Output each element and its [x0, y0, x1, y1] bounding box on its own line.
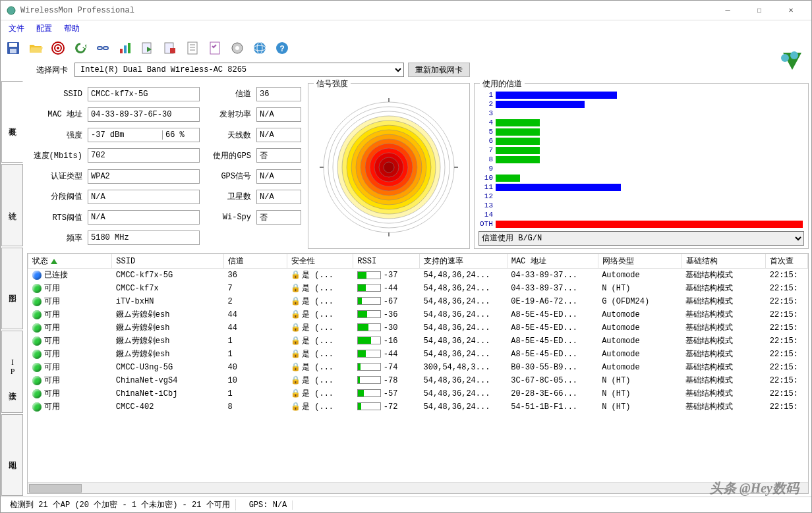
tab-ip-conn[interactable]: IP 连接	[1, 331, 23, 412]
table-row[interactable]: 可用 鐝ム劳鐐剁esh44 🔒是 (... -36 54,48,36,24...…	[28, 308, 808, 321]
status-gps: GPS: N/A	[244, 500, 293, 510]
close-button[interactable]: ✕	[776, 1, 806, 20]
menu-config[interactable]: 配置	[31, 22, 57, 36]
settings-icon[interactable]	[229, 40, 246, 57]
save-icon[interactable]	[5, 40, 22, 57]
table-row[interactable]: 可用 CMCC-4028 🔒是 (... -72 54,48,36,24...5…	[28, 400, 808, 414]
minimize-button[interactable]: ─	[712, 1, 743, 20]
checklist-icon[interactable]	[206, 40, 223, 57]
channel-row: 8	[480, 155, 803, 164]
tab-graph[interactable]: 图形	[1, 248, 23, 329]
report-icon[interactable]	[184, 40, 201, 57]
svg-rect-7	[98, 47, 102, 49]
strength-label: 强度	[30, 130, 84, 141]
window-title: WirelessMon Professional	[20, 6, 712, 15]
ssid-label: SSID	[30, 90, 84, 99]
table-row[interactable]: 可用 CMCC-U3ng-5G40 🔒是 (... -74 300,54,48,…	[28, 361, 808, 374]
maximize-button[interactable]: ☐	[744, 1, 774, 20]
network-table[interactable]: 状态 SSID 信道 安全性 RSSI 支持的速率 MAC 地址 网络类型 基础…	[28, 254, 808, 414]
sat-label: 卫星数	[204, 191, 252, 202]
help-icon[interactable]: ?	[274, 40, 291, 57]
col-ssid[interactable]: SSID	[112, 254, 224, 269]
ssid-value: CMCC-kf7x-5G	[88, 87, 200, 101]
statusbar: 检测到 21 个AP (20 个加密 - 1 个未加密) - 21 个可用 GP…	[1, 497, 811, 512]
refresh-icon[interactable]	[72, 40, 89, 57]
stop-log-icon[interactable]	[161, 40, 179, 57]
col-rates[interactable]: 支持的速率	[420, 254, 508, 269]
tab-map[interactable]: 地图	[1, 414, 23, 496]
sort-asc-icon	[51, 259, 57, 264]
col-infra[interactable]: 基础结构	[682, 254, 765, 269]
adapter-label: 选择网卡	[5, 65, 71, 76]
lock-icon: 🔒	[291, 350, 301, 359]
table-row[interactable]: 可用 鐝ム劳鐐剁esh1 🔒是 (... -16 54,48,36,24...A…	[28, 335, 808, 348]
svg-point-21	[235, 46, 239, 50]
status-ap-count: 检测到 21 个AP (20 个加密 - 1 个未加密) - 21 个可用	[5, 499, 236, 510]
signal-strength-panel: 信号强度	[308, 83, 470, 249]
signal-legend: 信号强度	[314, 78, 351, 90]
rts-label: RTS阈值	[30, 212, 84, 223]
rts-value: N/A	[88, 210, 200, 225]
channel-bars: 1234567891011121314OTH	[478, 89, 804, 230]
frag-label: 分段阈值	[30, 191, 84, 202]
horizontal-scrollbar[interactable]	[28, 482, 808, 493]
channel-row: 1	[480, 90, 803, 99]
globe-icon[interactable]	[251, 40, 268, 57]
sat-value: N/A	[256, 190, 301, 204]
channel-label: 信道	[204, 88, 252, 99]
menu-file[interactable]: 文件	[3, 22, 30, 36]
svg-rect-12	[142, 43, 151, 53]
channel-row: 14	[480, 210, 803, 219]
signal-radar-icon	[316, 95, 461, 240]
svg-point-22	[254, 42, 266, 54]
table-row[interactable]: 可用 ChinaNet-vgS410 🔒是 (... -78 54,48,36,…	[28, 374, 808, 387]
table-row[interactable]: 可用 CMCC-kf7x7 🔒是 (... -44 54,48,36,24...…	[28, 282, 808, 295]
menu-help[interactable]: 帮助	[59, 22, 85, 36]
tab-stats[interactable]: 统计	[1, 164, 23, 246]
auth-value: WPA2	[88, 169, 200, 184]
channel-row: 9	[480, 164, 803, 173]
col-status[interactable]: 状态	[28, 254, 112, 269]
lock-icon: 🔒	[291, 337, 301, 346]
chart-icon[interactable]	[117, 40, 134, 57]
channel-row: 13	[480, 201, 803, 210]
channel-usage-panel: 使用的信道 1234567891011121314OTH 信道使用 B/G/N	[474, 83, 809, 249]
lock-icon: 🔒	[291, 389, 301, 398]
col-rssi[interactable]: RSSI	[353, 254, 420, 269]
table-row[interactable]: 可用 鐝ム劳鐐剁esh44 🔒是 (... -30 54,48,36,24...…	[28, 321, 808, 335]
gps-used-label: 使用的GPS	[204, 150, 252, 161]
gps-used-value: 否	[256, 148, 301, 163]
svg-rect-19	[210, 42, 219, 54]
svg-rect-14	[170, 48, 175, 53]
col-security[interactable]: 安全性	[287, 254, 353, 269]
tab-summary[interactable]: 概要	[1, 81, 23, 163]
target-icon[interactable]	[49, 40, 67, 57]
svg-text:?: ?	[279, 45, 284, 54]
mac-label: MAC 地址	[30, 109, 84, 120]
open-icon[interactable]	[27, 40, 44, 57]
channel-value: 36	[256, 87, 301, 101]
link-icon[interactable]	[94, 40, 111, 57]
connection-fields: SSID CMCC-kf7x-5G 信道 36 MAC 地址 04-33-89-…	[27, 83, 304, 249]
gps-signal-label: GPS信号	[204, 171, 252, 182]
col-first[interactable]: 首次查	[766, 254, 808, 269]
wispy-label: Wi-Spy	[204, 213, 252, 222]
wispy-value: 否	[256, 210, 301, 225]
svg-rect-15	[188, 42, 197, 54]
run-log-icon[interactable]	[139, 40, 156, 57]
channel-row: 5	[480, 127, 803, 136]
col-nettype[interactable]: 网络类型	[598, 254, 682, 269]
table-row[interactable]: 可用 iTV-bxHN2 🔒是 (... -67 54,48,36,24...0…	[28, 295, 808, 308]
side-tabs: 概要 统计 图形 IP 连接 地图	[1, 80, 24, 497]
table-row[interactable]: 可用 ChinaNet-iCbj1 🔒是 (... -57 54,48,36,2…	[28, 387, 808, 400]
lock-icon: 🔒	[291, 310, 301, 319]
col-channel[interactable]: 信道	[224, 254, 287, 269]
table-row[interactable]: 可用 鐝ム劳鐐剁esh1 🔒是 (... -44 54,48,36,24...A…	[28, 348, 808, 361]
channel-mode-select[interactable]: 信道使用 B/G/N	[478, 231, 804, 246]
channel-row: 10	[480, 173, 803, 182]
reload-adapter-button[interactable]: 重新加载网卡	[408, 63, 470, 77]
adapter-select[interactable]: Intel(R) Dual Band Wireless-AC 8265	[74, 63, 404, 77]
table-row[interactable]: 已连接 CMCC-kf7x-5G36 🔒是 (... -37 54,48,36,…	[28, 269, 808, 282]
col-mac[interactable]: MAC 地址	[507, 254, 598, 269]
strength-value: -37 dBm66 %	[88, 128, 200, 142]
